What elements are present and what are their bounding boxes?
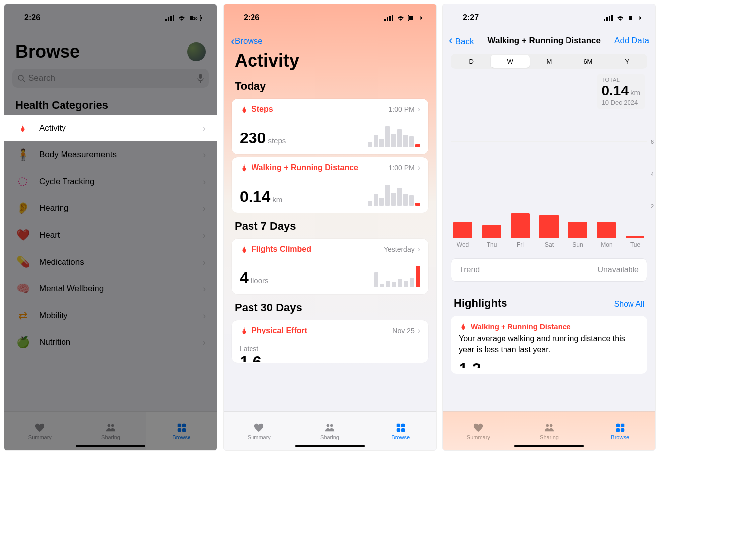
svg-rect-1 xyxy=(168,17,169,21)
svg-rect-3 xyxy=(173,15,174,21)
search-placeholder: Search xyxy=(28,73,55,83)
tab-summary[interactable]: Summary xyxy=(224,412,295,450)
svg-rect-21 xyxy=(392,15,393,21)
pills-icon: 💊 xyxy=(15,255,30,269)
chevron-left-icon: ‹ xyxy=(231,35,235,47)
mic-icon[interactable] xyxy=(197,74,204,83)
card-distance[interactable]: Walking + Running Distance 1:00 PM› 0.14… xyxy=(232,157,428,213)
page-title: Activity xyxy=(224,47,436,76)
chevron-right-icon: › xyxy=(203,203,206,214)
battery-icon: 30 xyxy=(189,15,203,21)
segment-m[interactable]: M xyxy=(530,55,568,68)
svg-rect-37 xyxy=(640,17,641,19)
chevron-right-icon: › xyxy=(203,230,206,241)
home-indicator[interactable] xyxy=(295,445,365,447)
category-nutrition[interactable]: 🍏Nutrition› xyxy=(4,329,217,356)
profile-avatar[interactable] xyxy=(187,42,206,61)
category-body-measurements[interactable]: 🧍Body Measurements› xyxy=(4,141,217,168)
tab-browse[interactable]: Browse xyxy=(146,412,217,450)
flame-icon xyxy=(240,105,249,114)
svg-rect-6 xyxy=(201,17,202,19)
category-cycle-tracking[interactable]: Cycle Tracking› xyxy=(4,168,217,195)
status-time: 2:27 xyxy=(463,13,479,22)
status-bar: 2:26 30 xyxy=(4,4,217,26)
chevron-right-icon: › xyxy=(203,123,206,134)
home-indicator[interactable] xyxy=(514,445,584,447)
status-bar: 2:26 xyxy=(224,4,436,26)
flame-icon xyxy=(240,326,249,335)
tab-browse[interactable]: Browse xyxy=(584,412,655,450)
tab-browse[interactable]: Browse xyxy=(365,412,436,450)
status-time: 2:26 xyxy=(24,13,40,22)
chevron-right-icon: › xyxy=(203,150,206,160)
segment-y[interactable]: Y xyxy=(608,55,646,68)
chevron-right-icon: › xyxy=(203,311,206,321)
trend-row[interactable]: Trend Unavailable xyxy=(451,258,647,282)
total-summary: TOTAL 0.14km 10 Dec 2024 xyxy=(597,74,646,109)
battery-icon xyxy=(628,15,641,21)
category-label: Activity xyxy=(39,123,66,133)
svg-rect-10 xyxy=(199,74,202,79)
svg-rect-14 xyxy=(177,423,181,427)
cellular-icon xyxy=(165,15,174,21)
svg-rect-28 xyxy=(401,423,405,427)
tab-summary[interactable]: Summary xyxy=(443,412,514,450)
svg-rect-2 xyxy=(170,16,172,21)
cycle-icon xyxy=(15,174,30,189)
svg-rect-16 xyxy=(177,428,181,431)
distance-chart[interactable]: 6 4 2 xyxy=(451,109,647,238)
svg-rect-34 xyxy=(611,15,613,21)
screen-browse: 2:26 30 Browse Search Health Categories … xyxy=(4,4,217,451)
chevron-right-icon: › xyxy=(203,177,206,187)
svg-rect-36 xyxy=(629,16,632,20)
battery-icon xyxy=(408,15,422,21)
svg-point-38 xyxy=(546,424,549,427)
tab-summary[interactable]: Summary xyxy=(4,412,75,450)
show-all-button[interactable]: Show All xyxy=(614,300,644,309)
spark-steps xyxy=(368,125,420,147)
category-mobility[interactable]: ⇄Mobility› xyxy=(4,302,217,329)
home-indicator[interactable] xyxy=(76,445,145,447)
chevron-right-icon: › xyxy=(203,257,206,268)
cellular-icon xyxy=(384,15,393,21)
category-mental-wellbeing[interactable]: 🧠Mental Wellbeing› xyxy=(4,275,217,302)
card-steps[interactable]: Steps 1:00 PM› 230steps xyxy=(232,99,428,154)
screen-distance: 2:27 ‹ Back Walking + Running Distance A… xyxy=(442,4,656,451)
search-input[interactable]: Search xyxy=(12,69,209,88)
svg-rect-29 xyxy=(396,428,400,431)
svg-rect-17 xyxy=(182,428,186,431)
back-button[interactable]: ‹Browse xyxy=(224,26,436,47)
highlight-card[interactable]: Walking + Running Distance Your average … xyxy=(451,316,647,374)
category-heart[interactable]: ❤️Heart› xyxy=(4,222,217,249)
card-effort[interactable]: Physical Effort Nov 25› Latest 1.6 xyxy=(232,320,428,363)
svg-line-9 xyxy=(23,80,25,82)
category-activity[interactable]: Activity › xyxy=(4,115,217,141)
category-hearing[interactable]: 👂Hearing› xyxy=(4,195,217,222)
page-title: Walking + Running Distance xyxy=(462,36,627,46)
svg-point-11 xyxy=(19,178,27,186)
segment-6m[interactable]: 6M xyxy=(568,55,607,68)
apple-icon: 🍏 xyxy=(15,335,30,350)
segment-w[interactable]: W xyxy=(491,55,529,68)
svg-rect-33 xyxy=(609,16,610,21)
flame-icon xyxy=(15,121,30,135)
chevron-right-icon: › xyxy=(418,245,420,254)
cellular-icon xyxy=(604,15,613,21)
card-flights[interactable]: Flights Climbed Yesterday› 4floors xyxy=(232,239,428,294)
heart-icon: ❤️ xyxy=(15,228,30,243)
category-medications[interactable]: 💊Medications› xyxy=(4,249,217,275)
wifi-icon xyxy=(616,15,625,21)
add-data-button[interactable]: Add Data xyxy=(614,36,649,46)
chevron-right-icon: › xyxy=(203,284,206,294)
chevron-right-icon: › xyxy=(418,326,420,335)
page-title: Browse xyxy=(15,41,80,62)
segment-d[interactable]: D xyxy=(452,55,491,68)
search-icon xyxy=(17,74,25,82)
flame-icon xyxy=(240,245,249,254)
time-range-segment[interactable]: D W M 6M Y xyxy=(451,54,647,69)
spark-flights xyxy=(374,265,420,287)
chevron-right-icon: › xyxy=(418,163,420,172)
svg-rect-31 xyxy=(604,19,605,21)
status-bar: 2:27 xyxy=(443,4,655,26)
svg-rect-24 xyxy=(421,17,422,19)
